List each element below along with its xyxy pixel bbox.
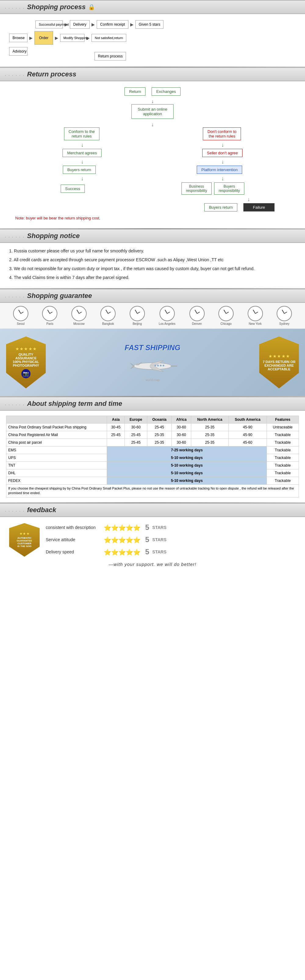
rd-resp-pair: Business responsibility Buyers responsib…: [182, 183, 245, 195]
rd-arrows-row: ↓ ↓: [12, 142, 293, 148]
rd-arrow-2: ↓: [12, 122, 293, 127]
shopping-guarantee-header: . . . . . . Shopping guarantee: [0, 289, 305, 303]
td-dhl-days: 5-10 working days: [107, 469, 267, 477]
table-row: EMS 7-25 working days Trackable: [6, 447, 299, 454]
notice-item-3: 3. We do not responsible for any custom …: [9, 266, 296, 272]
arrow-d: ▶: [86, 35, 90, 40]
star-1-4: ⭐: [126, 524, 133, 531]
rd-arrow-right3: ↓: [221, 176, 224, 181]
return-process-row: Return process: [95, 49, 296, 60]
feedback-label-3: Delivery speed: [46, 549, 101, 554]
td-method-dhl: DHL: [6, 469, 107, 477]
td-oceania-3: 25-35: [147, 439, 172, 447]
shopping-notice-title: Shopping notice: [27, 232, 80, 240]
auth-badge: ★ ★ ★ AUTHENTIC GUARANTEE CUSTOMER IS TH…: [9, 523, 40, 557]
notice-header-dots: . . . . . .: [5, 234, 25, 239]
plane-svg: [125, 355, 180, 377]
header-dots: . . . . . .: [5, 5, 25, 10]
clock-face-paris: [42, 306, 57, 321]
rd-arrow-submit: ↓: [12, 99, 293, 104]
shopping-process-section: . . . . . . Shopping process 🔒 Successfu…: [0, 0, 305, 67]
td-south-1: 45-90: [228, 423, 267, 431]
clock-bangkok: Bangkok: [100, 306, 115, 325]
shopping-notice-content: 1. Russia customer please offer us your …: [0, 243, 305, 288]
td-method-ems: EMS: [6, 447, 107, 454]
svg-point-1: [154, 364, 156, 366]
clock-label-bangkok: Bangkok: [102, 322, 114, 325]
clock-label-sydney: Sydney: [280, 322, 289, 325]
rd-arrow-left3: ↓: [81, 176, 84, 181]
star-1-2: ⭐: [111, 524, 118, 531]
td-features-3: Trackable: [267, 439, 299, 447]
clock-face-losangeles: [160, 306, 175, 321]
shield-left-line2: 100% PHYSICAL: [13, 360, 40, 364]
notice-item-4: 4. The valid Claims time is within 7 day…: [9, 274, 296, 281]
feedback-title: feedback: [27, 506, 56, 514]
shipping-table: Asia Europe Oceania Africa North America…: [6, 415, 299, 498]
th-europe: Europe: [125, 416, 147, 423]
rd-arrow-left2: ↓: [81, 159, 84, 164]
rd-arrow-row4: ↓: [12, 196, 293, 202]
table-row: UPS 5-10 working days Trackable: [6, 454, 299, 462]
shield-right-line1: 7 DAYS RETURN OR: [262, 360, 295, 364]
shopping-notice-section: . . . . . . Shopping notice 1. Russia cu…: [0, 229, 305, 288]
feedback-count-2: 5: [145, 535, 149, 544]
badge-line2: CUSTOMER: [17, 542, 32, 545]
feedback-stars-1: ⭐ ⭐ ⭐ ⭐ ⭐: [104, 524, 140, 531]
table-row: China Post Ordinary Small Packet Plus sh…: [6, 423, 299, 431]
td-features-ups: Trackable: [267, 454, 299, 462]
star-2-4: ⭐: [126, 536, 133, 543]
clock-face-seoul: [13, 306, 28, 321]
th-features: Features: [267, 416, 299, 423]
badge-stars: ★ ★ ★: [19, 532, 30, 535]
feedback-row-1: consistent with description ⭐ ⭐ ⭐ ⭐ ⭐ 5 …: [46, 523, 296, 532]
star-3-2: ⭐: [111, 549, 118, 555]
star-3-1: ⭐: [104, 549, 111, 555]
rd-platform-intervention: Platform intervention: [197, 165, 242, 174]
clock-label-chicago: Chicago: [221, 322, 232, 325]
clock-face-moscow: [71, 306, 87, 321]
arrow-1: ▶: [65, 22, 68, 27]
th-method: [6, 416, 107, 423]
rd-note: Note: buyer will be bear the return ship…: [12, 214, 293, 222]
clock-chicago: Chicago: [218, 306, 234, 325]
flow-box-confirm: Confirm receipt: [97, 20, 128, 29]
td-africa-2: 30-60: [172, 431, 191, 439]
star-3-3: ⭐: [119, 549, 125, 555]
svg-point-2: [157, 364, 159, 366]
feedback-header-dots: . . . . . .: [5, 508, 25, 512]
rd-arrow-right4: ↓: [247, 196, 250, 202]
arrow-c: ▶: [55, 35, 58, 40]
feedback-count-1: 5: [145, 523, 149, 532]
clock-face-beijing: [130, 306, 145, 321]
shopping-process-content: Successful payment ▶ Delivery ▶ Confirm …: [0, 14, 305, 67]
feedback-label-2: Service attitude: [46, 537, 101, 542]
shipping-term-section: . . . . . . About shipping term and time…: [0, 397, 305, 503]
rd-arrows-row3: ↓ ↓: [12, 176, 293, 181]
td-asia-1: 30-45: [107, 423, 125, 431]
table-header-row: Asia Europe Oceania Africa North America…: [6, 416, 299, 423]
auth-badge-container: ★ ★ ★ AUTHENTIC GUARANTEE CUSTOMER IS TH…: [9, 523, 40, 557]
shield-return: ★ ★ ★ ★ ★ 7 DAYS RETURN OR EXCHANGED ARE…: [259, 336, 299, 388]
star-2-2: ⭐: [111, 536, 118, 543]
guarantee-banners: ★ ★ ★ ★ ★ QUALITY ASSURANCE 100% PHYSICA…: [0, 329, 305, 396]
rd-failure: Failure: [243, 203, 275, 212]
svg-point-4: [163, 364, 164, 366]
star-2-5: ⭐: [133, 536, 140, 543]
rd-rule-row: Conform to the return rules Don't confor…: [12, 127, 293, 140]
td-shipping-note: If you choose the cheapest shipping by b…: [6, 485, 299, 498]
flow-row-2: Browse ▶ Order ▶ Modify Shopping ▶ Not s…: [9, 31, 296, 45]
table-row: TNT 5-10 working days Trackable: [6, 462, 299, 469]
clock-face-bangkok: [100, 306, 115, 321]
rd-arrows-row2: ↓ ↓: [12, 159, 293, 164]
flow-box-delivery: Delivery: [70, 20, 90, 29]
feedback-stars-2: ⭐ ⭐ ⭐ ⭐ ⭐: [104, 536, 140, 543]
feedback-content: ★ ★ ★ AUTHENTIC GUARANTEE CUSTOMER IS TH…: [0, 517, 305, 573]
td-asia-3: [107, 439, 125, 447]
clock-label-newyork: New York: [249, 322, 262, 325]
td-method-tnt: TNT: [6, 462, 107, 469]
flow-box-given5stars: Given 5 stars: [136, 20, 164, 29]
td-asia-2: 25-45: [107, 431, 125, 439]
fast-shipping-text: FAST SHIPPING: [125, 344, 180, 352]
feedback-label-1: consistent with description: [46, 525, 101, 530]
